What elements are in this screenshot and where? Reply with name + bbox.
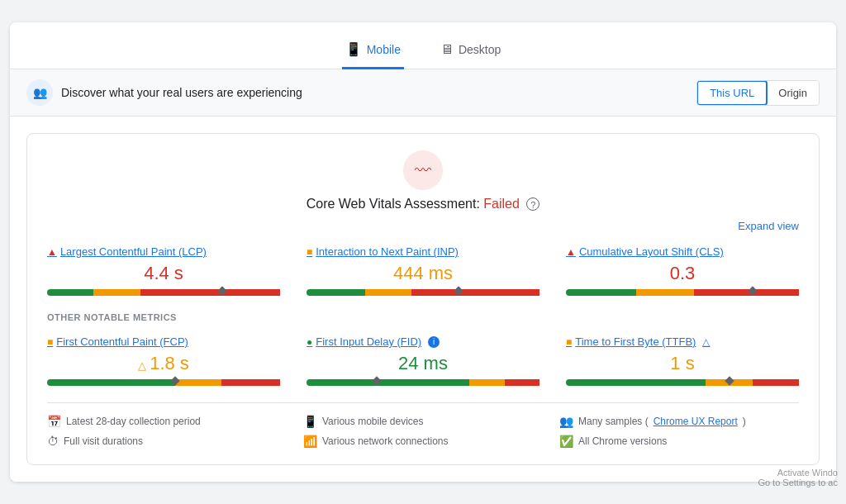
main-container: 📱 Mobile 🖥 Desktop 👥 Discover what your … — [10, 22, 836, 482]
fid-bar — [307, 379, 539, 386]
tabs-bar: 📱 Mobile 🖥 Desktop — [10, 22, 836, 69]
ttfb-triangle-icon: △ — [702, 336, 710, 348]
metric-fid: ● First Input Delay (FID) i 24 ms — [307, 335, 539, 386]
tab-desktop-label: Desktop — [459, 43, 501, 56]
assessment-title: Core Web Vitals Assessment: Failed ? — [307, 197, 540, 212]
other-metrics-grid: ■ First Contentful Paint (FCP) △1.8 s — [47, 335, 799, 386]
cls-bar — [566, 289, 799, 296]
metric-cls: ▲ Cumulative Layout Shift (CLS) 0.3 — [566, 245, 799, 296]
footer-item-5: ✅ All Chrome versions — [559, 435, 799, 448]
fcp-label[interactable]: ■ First Contentful Paint (FCP) — [47, 335, 280, 348]
other-metrics-label: OTHER NOTABLE METRICS — [47, 312, 799, 322]
cls-warn-icon: ▲ — [566, 246, 576, 258]
activate-watermark: Activate Windo Go to Settings to ac — [758, 468, 838, 487]
footer-item-2: 👥 Many samples (Chrome UX Report) — [559, 415, 799, 428]
mobile-devices-icon: 📱 — [303, 415, 317, 428]
footer-info: 📅 Latest 28-day collection period 📱 Vari… — [47, 402, 799, 448]
assessment-icon: 〰 — [403, 150, 443, 190]
assessment-panel: 〰 Core Web Vitals Assessment: Failed ? E… — [26, 133, 820, 465]
cls-label[interactable]: ▲ Cumulative Layout Shift (CLS) — [566, 245, 799, 258]
tab-desktop[interactable]: 🖥 Desktop — [437, 35, 504, 69]
inp-warn-icon: ■ — [307, 246, 312, 258]
clock-icon: ⏱ — [47, 435, 59, 448]
fid-value: 24 ms — [307, 353, 539, 374]
tab-mobile[interactable]: 📱 Mobile — [342, 35, 404, 69]
metric-fcp: ■ First Contentful Paint (FCP) △1.8 s — [47, 335, 280, 386]
help-icon[interactable]: ? — [526, 197, 539, 211]
metric-ttfb: ■ Time to First Byte (TTFB) △ 1 s — [566, 335, 799, 386]
lcp-warn-icon: ▲ — [47, 246, 57, 258]
lcp-label[interactable]: ▲ Largest Contentful Paint (LCP) — [47, 245, 280, 258]
inp-label[interactable]: ■ Interaction to Next Paint (INP) — [307, 245, 539, 258]
assessment-header: 〰 Core Web Vitals Assessment: Failed ? — [47, 150, 799, 212]
samples-icon: 👥 — [559, 415, 573, 428]
header-title: Discover what your real users are experi… — [61, 86, 302, 99]
fid-icon: ● — [307, 336, 312, 348]
main-content: 〰 Core Web Vitals Assessment: Failed ? E… — [10, 116, 836, 482]
footer-item-3: ⏱ Full visit durations — [47, 435, 287, 448]
checkmark-icon: ✅ — [559, 435, 573, 448]
fid-label[interactable]: ● First Input Delay (FID) i — [307, 335, 539, 348]
fcp-triangle-icon: △ — [138, 359, 146, 372]
origin-button[interactable]: Origin — [767, 81, 819, 105]
fcp-bar — [47, 379, 280, 386]
inp-bar — [307, 289, 539, 296]
footer-item-1: 📱 Various mobile devices — [303, 415, 543, 428]
expand-link[interactable]: Expand view — [738, 220, 799, 232]
ttfb-value: 1 s — [566, 353, 799, 374]
ttfb-bar — [566, 379, 799, 386]
url-origin-toggle: This URL Origin — [696, 80, 820, 106]
chrome-ux-link[interactable]: Chrome UX Report — [654, 416, 738, 427]
tab-mobile-label: Mobile — [367, 43, 401, 56]
cls-value: 0.3 — [566, 263, 799, 284]
fcp-value: △1.8 s — [47, 353, 280, 374]
fid-info-icon[interactable]: i — [428, 336, 440, 348]
lcp-bar — [47, 289, 280, 296]
ttfb-icon: ■ — [566, 336, 572, 348]
inp-value: 444 ms — [307, 263, 539, 284]
desktop-icon: 🖥 — [440, 42, 454, 57]
mobile-icon: 📱 — [345, 41, 362, 57]
footer-item-0: 📅 Latest 28-day collection period — [47, 415, 287, 428]
users-icon: 👥 — [26, 79, 53, 106]
calendar-icon: 📅 — [47, 415, 61, 428]
header-left: 👥 Discover what your real users are expe… — [26, 79, 302, 106]
header-bar: 👥 Discover what your real users are expe… — [10, 69, 836, 116]
footer-item-4: 📶 Various network connections — [303, 435, 543, 448]
metric-lcp: ▲ Largest Contentful Paint (LCP) 4.4 s — [47, 245, 280, 296]
ttfb-label[interactable]: ■ Time to First Byte (TTFB) △ — [566, 335, 799, 348]
expand-row: Expand view — [47, 220, 799, 232]
network-icon: 📶 — [303, 435, 317, 448]
metric-inp: ■ Interaction to Next Paint (INP) 444 ms — [307, 245, 539, 296]
fcp-icon: ■ — [47, 336, 53, 348]
lcp-value: 4.4 s — [47, 263, 280, 284]
core-metrics-grid: ▲ Largest Contentful Paint (LCP) 4.4 s ■ — [47, 245, 799, 296]
this-url-button[interactable]: This URL — [696, 80, 768, 106]
